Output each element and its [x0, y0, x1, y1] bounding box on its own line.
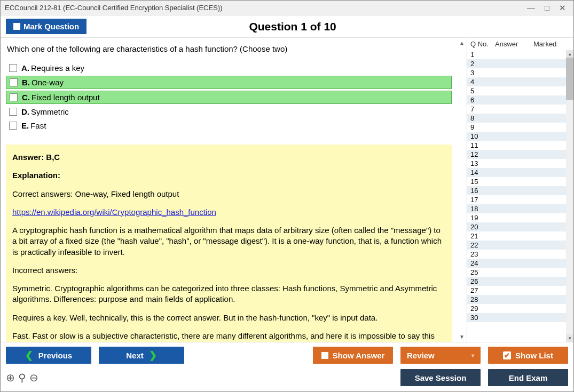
question-row[interactable]: 2 [467, 59, 573, 68]
qno-cell: 19 [470, 214, 495, 222]
question-row[interactable]: 4 [467, 77, 573, 86]
qno-cell: 14 [470, 169, 495, 177]
show-answer-button[interactable]: Show Answer [313, 347, 393, 364]
qno-cell: 7 [470, 105, 495, 113]
check-icon: ✔ [503, 351, 511, 359]
option-text: Requires a key [31, 63, 84, 73]
qno-cell: 1 [470, 51, 495, 59]
question-row[interactable]: 14 [467, 168, 573, 177]
qno-cell: 8 [470, 114, 495, 122]
qno-cell: 30 [470, 314, 495, 322]
question-row[interactable]: 22 [467, 241, 573, 250]
qno-cell: 22 [470, 241, 495, 249]
qno-cell: 21 [470, 232, 495, 240]
review-label: Review [407, 351, 435, 360]
question-counter: Question 1 of 10 [87, 20, 568, 33]
scroll-down-icon[interactable]: ▾ [566, 334, 573, 342]
zoom-in-icon[interactable]: ⊕ [6, 371, 15, 384]
mark-question-label: Mark Question [23, 22, 79, 31]
question-row[interactable]: 30 [467, 313, 573, 322]
qno-cell: 23 [470, 250, 495, 258]
question-row[interactable]: 28 [467, 295, 573, 304]
question-row[interactable]: 20 [467, 222, 573, 231]
option-text: Fast [30, 121, 46, 130]
scroll-up-icon[interactable]: ▲ [459, 40, 465, 46]
question-row[interactable]: 23 [467, 250, 573, 259]
checkbox-icon [9, 122, 17, 130]
option-A[interactable]: A.Requires a key [6, 62, 452, 74]
question-row[interactable]: 19 [467, 213, 573, 222]
option-text: One-way [32, 78, 64, 87]
scrollbar-thumb[interactable] [566, 58, 573, 100]
scroll-down-icon[interactable]: ▼ [459, 334, 465, 340]
next-label: Next [126, 351, 144, 360]
maximize-icon[interactable]: □ [545, 3, 549, 13]
zoom-reset-icon[interactable]: ⚲ [18, 371, 26, 384]
question-list-header: Q No. Answer Marked [467, 38, 573, 50]
zoom-out-icon[interactable]: ⊖ [29, 371, 38, 384]
question-row[interactable]: 9 [467, 123, 573, 132]
question-row[interactable]: 6 [467, 95, 573, 105]
question-row[interactable]: 1 [467, 50, 573, 59]
question-row[interactable]: 3 [467, 68, 573, 77]
qno-cell: 17 [470, 196, 495, 204]
minimize-icon[interactable]: — [527, 3, 535, 13]
option-B[interactable]: B.One-way [6, 76, 452, 89]
previous-label: Previous [38, 351, 72, 360]
question-row[interactable]: 24 [467, 259, 573, 268]
option-C[interactable]: C.Fixed length output [6, 91, 452, 104]
show-list-button[interactable]: ✔ Show List [488, 347, 568, 364]
checkbox-icon [13, 23, 20, 30]
previous-button[interactable]: ❮ Previous [6, 347, 91, 364]
col-marked: Marked [533, 40, 570, 48]
close-icon[interactable]: ✕ [559, 3, 566, 13]
answer-line: Answer: B,C [12, 152, 445, 163]
scroll-up-icon[interactable]: ▴ [566, 50, 573, 58]
question-row[interactable]: 13 [467, 159, 573, 168]
question-row[interactable]: 26 [467, 277, 573, 286]
question-row[interactable]: 10 [467, 132, 573, 141]
question-row[interactable]: 8 [467, 114, 573, 123]
titlebar: ECCouncil 212-81 (EC-Council Certified E… [1, 1, 573, 15]
save-session-button[interactable]: Save Session [400, 369, 481, 386]
question-row[interactable]: 21 [467, 231, 573, 241]
incorrect-heading: Incorrect answers: [12, 265, 445, 276]
next-button[interactable]: Next ❯ [99, 347, 184, 364]
question-row[interactable]: 11 [467, 141, 573, 150]
scrollbar-track[interactable]: ▴ ▾ [566, 50, 573, 342]
question-row[interactable]: 27 [467, 286, 573, 295]
option-letter: D. [21, 107, 29, 116]
question-list[interactable]: 1234567891011121314151617181920212223242… [467, 50, 573, 342]
option-text: Symmetric [31, 107, 69, 116]
question-row[interactable]: 7 [467, 105, 573, 114]
qno-cell: 3 [470, 69, 495, 77]
mark-question-button[interactable]: Mark Question [6, 19, 87, 34]
qno-cell: 10 [470, 132, 495, 140]
option-letter: C. [22, 93, 30, 102]
question-row[interactable]: 15 [467, 177, 573, 186]
question-text: Which one of the following are character… [7, 44, 452, 53]
checkbox-icon [321, 352, 328, 359]
reference-link[interactable]: https://en.wikipedia.org/wiki/Cryptograp… [12, 207, 216, 217]
question-row[interactable]: 16 [467, 186, 573, 195]
explanation-para-2: Symmetric. Cryptographic algorithms can … [12, 283, 445, 305]
option-letter: A. [21, 63, 29, 73]
save-session-label: Save Session [415, 373, 467, 382]
answer-explanation: Answer: B,C Explanation: Correct answers… [6, 145, 452, 342]
question-row[interactable]: 17 [467, 195, 573, 204]
question-row[interactable]: 5 [467, 86, 573, 95]
question-list-pane: Q No. Answer Marked 12345678910111213141… [467, 38, 573, 342]
option-E[interactable]: E.Fast [6, 119, 452, 132]
option-letter: E. [21, 121, 29, 130]
review-dropdown[interactable]: Review ▾ [400, 347, 481, 364]
question-row[interactable]: 12 [467, 150, 573, 159]
question-row[interactable]: 25 [467, 268, 573, 277]
question-pane[interactable]: Which one of the following are character… [1, 38, 457, 342]
qno-cell: 11 [470, 141, 495, 149]
option-D[interactable]: D.Symmetric [6, 106, 452, 118]
question-row[interactable]: 29 [467, 304, 573, 313]
options-list: A.Requires a keyB.One-wayC.Fixed length … [6, 62, 452, 132]
checkbox-icon [10, 93, 18, 101]
question-row[interactable]: 18 [467, 204, 573, 213]
end-exam-button[interactable]: End Exam [488, 369, 568, 386]
